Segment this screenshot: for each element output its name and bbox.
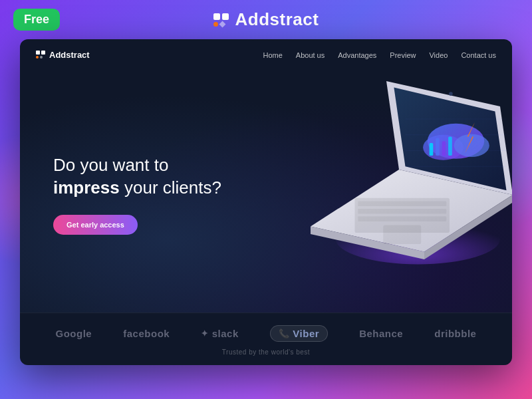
logo-dot-3 <box>213 22 218 27</box>
kb-row2 <box>358 209 446 214</box>
slack-label: slack <box>212 328 239 339</box>
top-bar: Free Addstract <box>0 0 532 39</box>
cta-button[interactable]: Get early access <box>53 215 138 235</box>
card-hero: Do you want to impress your clients? Get… <box>20 70 512 313</box>
slack-icon: ✦ <box>201 329 209 338</box>
brand-viber: 📞 Viber <box>270 325 328 342</box>
nav-home-link[interactable]: Home <box>263 51 282 59</box>
hero-text: Do you want to impress your clients? Get… <box>53 154 266 235</box>
hero-title-line1: Do you want to <box>53 155 168 175</box>
brands-row: Google facebook ✦ slack 📞 Viber Behance … <box>40 321 492 346</box>
hero-title-line2: your clients? <box>124 178 221 198</box>
facebook-label: facebook <box>123 328 170 339</box>
nav-about[interactable]: About us <box>296 49 325 61</box>
top-logo: Addstract <box>213 9 319 30</box>
nav-about-link[interactable]: About us <box>296 51 325 59</box>
main-card: Addstract Home About us Advantages Previ… <box>20 39 512 365</box>
kb-row1 <box>358 201 446 207</box>
card-logo: Addstract <box>36 50 90 60</box>
google-label: Google <box>56 328 92 339</box>
brand-slack: ✦ slack <box>201 328 239 339</box>
camera-dot <box>449 92 453 96</box>
laptop-svg <box>273 70 512 283</box>
brand-google: Google <box>56 328 92 339</box>
logo-dot-2 <box>222 13 229 20</box>
viber-icon: 📞 <box>279 329 290 338</box>
logo-dot-1 <box>213 13 220 20</box>
cdot-3 <box>36 56 39 59</box>
laptop-illustration <box>273 70 512 283</box>
cdot-1 <box>36 51 40 55</box>
brand-dribbble: dribbble <box>434 328 476 339</box>
nav-contact-link[interactable]: Contact us <box>461 51 496 59</box>
top-logo-icon <box>213 13 229 27</box>
nav-home[interactable]: Home <box>263 49 282 61</box>
nav-video[interactable]: Video <box>429 49 448 61</box>
card-brands: Google facebook ✦ slack 📞 Viber Behance … <box>20 313 512 365</box>
behance-label: Behance <box>359 328 403 339</box>
logo-dot-4 <box>219 21 225 27</box>
nav-preview-link[interactable]: Preview <box>390 51 416 59</box>
cdot-4 <box>40 56 43 59</box>
card-logo-label: Addstract <box>49 50 90 60</box>
nav-advantages-link[interactable]: Advantages <box>338 51 376 59</box>
hero-title: Do you want to impress your clients? <box>53 154 266 200</box>
card-logo-icon <box>36 51 45 59</box>
viber-label: Viber <box>293 328 319 339</box>
nav-video-link[interactable]: Video <box>429 51 448 59</box>
hero-title-bold: impress <box>53 178 120 198</box>
nav-advantages[interactable]: Advantages <box>338 49 376 61</box>
nav-contact[interactable]: Contact us <box>461 49 496 61</box>
cdot-2 <box>41 51 45 55</box>
kb-row3 <box>358 216 446 221</box>
nav-preview[interactable]: Preview <box>390 49 416 61</box>
brand-facebook: facebook <box>123 328 170 339</box>
dribbble-label: dribbble <box>434 328 476 339</box>
card-nav: Addstract Home About us Advantages Previ… <box>20 39 512 70</box>
trusted-text: Trusted by the world's best <box>40 346 492 361</box>
top-logo-text: Addstract <box>235 9 319 30</box>
free-badge: Free <box>13 9 60 31</box>
trackpad <box>383 225 421 245</box>
card-nav-links: Home About us Advantages Preview Video C… <box>263 49 496 61</box>
brand-behance: Behance <box>359 328 403 339</box>
